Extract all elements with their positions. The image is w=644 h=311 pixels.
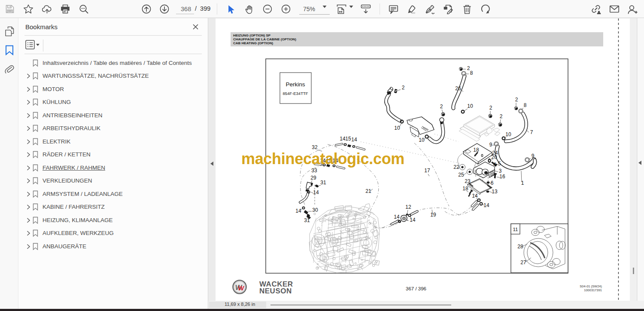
svg-text:2: 2 [515, 97, 518, 103]
svg-text:2: 2 [467, 65, 470, 71]
svg-text:25: 25 [458, 172, 464, 178]
svg-text:20: 20 [491, 154, 497, 160]
svg-text:29: 29 [310, 175, 316, 181]
svg-text:3: 3 [499, 168, 502, 174]
svg-text:14: 14 [410, 217, 416, 223]
svg-text:14: 14 [472, 193, 478, 199]
svg-text:23: 23 [465, 178, 471, 184]
svg-text:HEIZUNG (OPTION) SP: HEIZUNG (OPTION) SP [233, 34, 271, 37]
svg-text:10: 10 [419, 137, 425, 143]
svg-text:28: 28 [517, 244, 523, 250]
svg-text:14: 14 [483, 202, 489, 208]
svg-text:S04-01 (SW24): S04-01 (SW24) [580, 284, 602, 288]
svg-text:26: 26 [455, 85, 461, 91]
svg-text:14: 14 [394, 214, 400, 220]
svg-text:854F-E34TTF: 854F-E34TTF [283, 91, 308, 96]
svg-text:19: 19 [430, 212, 436, 218]
svg-text:7: 7 [530, 129, 533, 135]
svg-text:4: 4 [493, 162, 496, 168]
svg-text:2: 2 [440, 104, 443, 110]
svg-text:14: 14 [351, 137, 357, 143]
svg-text:18: 18 [462, 186, 468, 192]
svg-text:9: 9 [532, 153, 535, 159]
svg-text:9: 9 [489, 142, 492, 148]
svg-text:machinecatalogic.com: machinecatalogic.com [241, 150, 404, 168]
svg-text:6: 6 [491, 180, 494, 186]
svg-text:NEUSON: NEUSON [259, 287, 292, 295]
svg-text:10: 10 [467, 103, 473, 109]
svg-text:5: 5 [498, 161, 501, 167]
svg-text:17: 17 [424, 168, 430, 174]
svg-text:16: 16 [499, 174, 505, 180]
svg-text:14: 14 [313, 189, 319, 195]
svg-text:32: 32 [312, 144, 318, 150]
svg-text:8: 8 [470, 70, 473, 76]
svg-text:2: 2 [500, 113, 503, 119]
svg-text:10: 10 [505, 131, 511, 137]
svg-text:14: 14 [295, 208, 301, 214]
svg-text:22: 22 [453, 164, 459, 170]
svg-text:CHAUFFAGE DE LA CABINE (OPTION: CHAUFFAGE DE LA CABINE (OPTION) [233, 37, 296, 41]
svg-text:2: 2 [402, 85, 405, 91]
svg-text:11: 11 [513, 227, 518, 232]
svg-text:33: 33 [311, 168, 317, 174]
svg-text:27: 27 [520, 259, 526, 265]
svg-text:CAB HEATING (OPTION): CAB HEATING (OPTION) [233, 41, 273, 45]
svg-text:15: 15 [345, 136, 351, 142]
svg-text:12: 12 [405, 204, 411, 210]
svg-text:Perkins: Perkins [286, 81, 305, 88]
svg-text:30: 30 [312, 207, 318, 213]
svg-text:367 / 396: 367 / 396 [406, 286, 426, 291]
svg-text:21: 21 [365, 188, 371, 194]
svg-text:31: 31 [320, 180, 326, 186]
svg-text:13: 13 [492, 189, 498, 195]
svg-text:8: 8 [524, 102, 527, 108]
svg-text:2: 2 [489, 105, 492, 111]
svg-text:14: 14 [340, 136, 346, 142]
svg-text:10: 10 [394, 125, 400, 131]
svg-text:18: 18 [473, 147, 479, 153]
svg-text:1000317391: 1000317391 [584, 288, 602, 292]
